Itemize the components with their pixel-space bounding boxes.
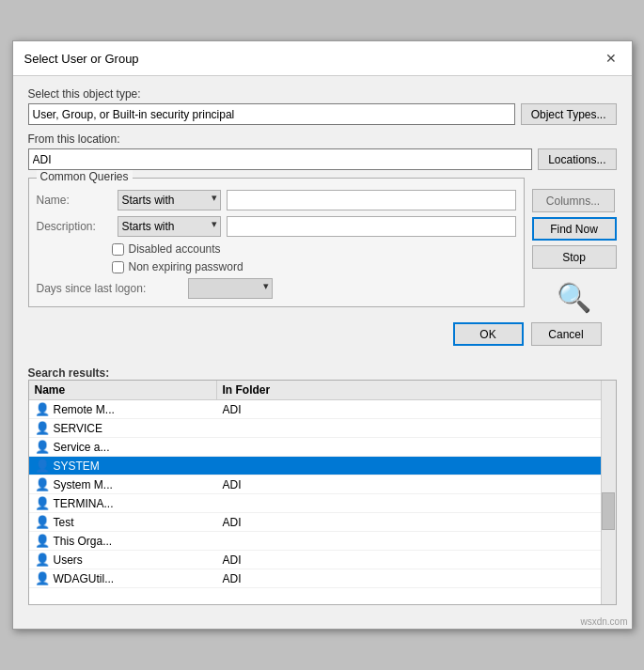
name-query-input[interactable] (227, 190, 516, 210)
result-name-cell: 👤Test (29, 513, 217, 531)
non-expiring-checkbox[interactable] (112, 261, 124, 273)
table-row[interactable]: 👤WDAGUtil...ADI (29, 569, 616, 588)
result-name: Test (54, 516, 74, 529)
table-row[interactable]: 👤UsersADI (29, 551, 616, 569)
disabled-accounts-label: Disabled accounts (129, 242, 221, 256)
user-icon: 👤 (35, 459, 50, 473)
result-name: System M... (54, 478, 113, 491)
table-row[interactable]: 👤Service a... (29, 438, 616, 457)
result-folder-cell (217, 539, 616, 543)
columns-button[interactable]: Columns... (532, 189, 615, 212)
description-query-label: Description: (37, 220, 112, 233)
locations-button[interactable]: Locations... (538, 148, 616, 170)
table-row[interactable]: 👤TERMINA... (29, 494, 616, 513)
result-folder-cell (217, 464, 616, 468)
results-header: Name In Folder (29, 381, 616, 400)
name-select-wrapper: Starts with Is exactly (118, 190, 221, 210)
result-name: Service a... (54, 441, 110, 454)
results-container[interactable]: Name In Folder 👤Remote M...ADI👤SERVICE👤S… (28, 380, 617, 605)
location-group: From this location: Locations... (28, 132, 617, 170)
result-name-cell: 👤This Orga... (29, 532, 217, 550)
col-header-folder[interactable]: In Folder (217, 381, 616, 399)
user-icon: 👤 (35, 553, 50, 567)
days-logon-label: Days since last logon: (37, 282, 182, 295)
result-folder-cell (217, 427, 616, 430)
result-name-cell: 👤System M... (29, 475, 217, 493)
dialog-title: Select User or Group (24, 52, 139, 66)
table-row[interactable]: 👤SERVICE (29, 419, 616, 438)
object-types-button[interactable]: Object Types... (521, 103, 617, 125)
dialog-body: Select this object type: Object Types...… (13, 76, 632, 366)
table-row[interactable]: 👤This Orga... (29, 532, 616, 551)
user-icon: 👤 (35, 496, 50, 510)
table-row[interactable]: 👤SYSTEM (29, 457, 616, 475)
results-body: 👤Remote M...ADI👤SERVICE👤Service a...👤SYS… (29, 400, 616, 588)
non-expiring-label: Non expiring password (129, 260, 243, 273)
common-queries-box: Common Queries Name: Starts with Is exac… (28, 178, 525, 307)
result-name: WDAGUtil... (54, 572, 115, 585)
location-row: Locations... (28, 148, 617, 170)
result-name-cell: 👤Users (29, 551, 217, 569)
close-button[interactable]: ✕ (602, 49, 620, 68)
non-expiring-row: Non expiring password (37, 260, 516, 273)
search-results-section: Search results: Name In Folder 👤Remote M… (13, 366, 632, 605)
result-folder-cell: ADI (217, 570, 616, 587)
table-row[interactable]: 👤System M...ADI (29, 475, 616, 494)
result-name-cell: 👤SERVICE (29, 419, 217, 437)
object-type-row: Object Types... (28, 103, 617, 125)
name-query-row: Name: Starts with Is exactly (37, 190, 516, 210)
user-icon: 👤 (35, 440, 50, 454)
user-icon: 👤 (35, 534, 50, 548)
stop-button[interactable]: Stop (532, 245, 617, 269)
result-name-cell: 👤WDAGUtil... (29, 569, 217, 587)
result-name: This Orga... (54, 535, 113, 548)
description-select[interactable]: Starts with Is exactly (118, 216, 221, 237)
common-queries-title: Common Queries (37, 170, 133, 183)
scrollbar-thumb[interactable] (602, 492, 615, 530)
result-name: TERMINA... (54, 497, 114, 510)
find-now-button[interactable]: Find Now (532, 217, 617, 241)
right-buttons-panel: Columns... Find Now Stop 🔍 (532, 178, 617, 317)
col-header-name[interactable]: Name (29, 381, 217, 399)
result-folder-cell (217, 445, 616, 449)
user-icon: 👤 (35, 421, 50, 435)
result-name-cell: 👤TERMINA... (29, 494, 217, 512)
select-user-dialog: Select User or Group ✕ Select this objec… (12, 40, 633, 630)
location-input[interactable] (28, 148, 533, 170)
result-name-cell: 👤SYSTEM (29, 457, 217, 475)
result-folder-cell: ADI (217, 552, 616, 569)
result-name-cell: 👤Service a... (29, 438, 217, 456)
result-folder-cell: ADI (217, 476, 616, 493)
disabled-accounts-checkbox[interactable] (112, 243, 124, 256)
description-query-input[interactable] (227, 216, 516, 237)
description-query-row: Description: Starts with Is exactly (37, 216, 516, 237)
search-icon: 🔍 (557, 281, 591, 314)
title-bar: Select User or Group ✕ (13, 41, 632, 76)
user-icon: 👤 (35, 402, 50, 416)
result-folder-cell: ADI (217, 514, 616, 531)
user-icon: 👤 (35, 571, 50, 585)
result-folder-cell: ADI (217, 401, 616, 418)
days-select-wrapper: 30 60 90 (188, 278, 273, 299)
result-name: SYSTEM (54, 460, 100, 473)
description-select-wrapper: Starts with Is exactly (118, 216, 221, 237)
result-name-cell: 👤Remote M... (29, 400, 217, 418)
result-folder-cell (217, 502, 616, 506)
table-row[interactable]: 👤TestADI (29, 513, 616, 532)
object-type-input[interactable] (28, 103, 515, 125)
user-icon: 👤 (35, 477, 50, 491)
name-select[interactable]: Starts with Is exactly (118, 190, 221, 210)
ok-button[interactable]: OK (453, 322, 524, 346)
user-icon: 👤 (35, 515, 50, 529)
table-row[interactable]: 👤Remote M...ADI (29, 400, 616, 419)
result-name: SERVICE (54, 422, 102, 435)
scrollbar[interactable] (601, 381, 616, 604)
name-query-label: Name: (37, 194, 112, 207)
cancel-button[interactable]: Cancel (531, 322, 602, 346)
days-select[interactable]: 30 60 90 (188, 278, 273, 299)
object-type-group: Select this object type: Object Types... (28, 87, 617, 125)
disabled-accounts-row: Disabled accounts (37, 242, 516, 256)
search-icon-area: 🔍 (532, 281, 617, 314)
location-label: From this location: (28, 132, 617, 146)
days-logon-row: Days since last logon: 30 60 90 (37, 278, 516, 299)
